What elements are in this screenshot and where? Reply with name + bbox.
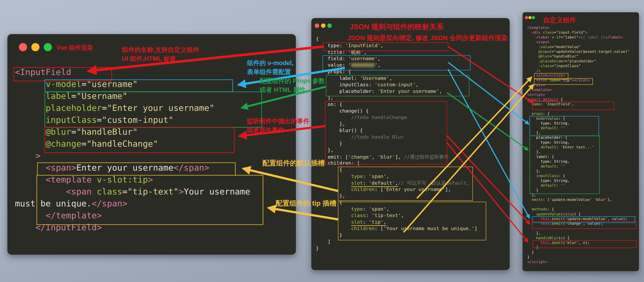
close-window-button[interactable] [525, 16, 528, 19]
annotation-v-model: 组件的 v-model,表单组件需配置 [247, 58, 294, 76]
annotation-tip-slot: 配置组件的 tip 插槽 [276, 199, 336, 208]
maximize-window-button[interactable] [44, 43, 52, 51]
middle-window-title: JSON 规则与组件的映射关系 [350, 22, 444, 32]
minimize-window-button[interactable] [528, 16, 532, 19]
minimize-window-button[interactable] [321, 23, 326, 28]
diagram-canvas: { "windows": { "left": { "title": "Vue 组… [0, 0, 644, 282]
close-window-button[interactable] [315, 23, 319, 28]
annotation-component-name: 组件的名称,支持自定义组件UI 组件,HTML 标签 [122, 45, 199, 63]
middle-window-subtitle: JSON 规则是双向绑定, 修改 JSON 会同步更新组件渲染 [347, 34, 508, 42]
close-window-button[interactable] [19, 43, 27, 51]
annotation-events: 监听组件中抛出的事件或者原生事件 [247, 117, 310, 135]
annotation-default-slot: 配置组件的默认插槽 [262, 158, 325, 167]
custom-component-window [522, 12, 639, 271]
left-window-title: Vue 组件渲染 [57, 44, 93, 52]
annotation-props: 配置组件的 Props 参数或者 HTML 属性 [260, 76, 325, 94]
maximize-window-button[interactable] [327, 23, 332, 28]
right-window-title: 自定义组件 [543, 16, 576, 24]
maximize-window-button[interactable] [532, 16, 535, 19]
minimize-window-button[interactable] [31, 43, 40, 51]
json-rules-window [311, 18, 510, 270]
